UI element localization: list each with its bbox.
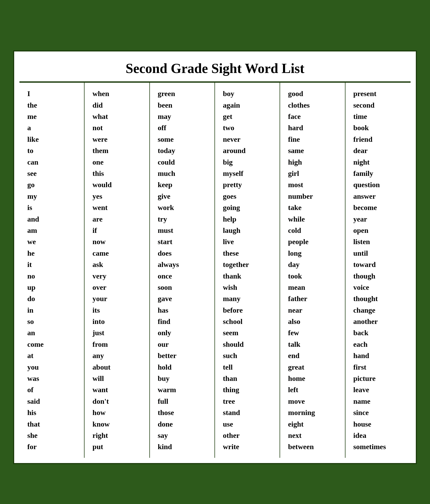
- word-item: know: [92, 418, 144, 430]
- word-item: about: [92, 361, 144, 373]
- word-item: how: [92, 407, 144, 418]
- word-item: move: [288, 396, 339, 407]
- word-item: change: [353, 304, 405, 316]
- word-item: always: [158, 259, 209, 270]
- word-item: goes: [223, 191, 274, 202]
- word-item: at: [27, 350, 79, 361]
- word-item: he: [27, 248, 79, 259]
- word-item: pretty: [223, 179, 274, 190]
- word-item: off: [158, 122, 209, 133]
- word-item: full: [158, 396, 209, 407]
- word-item: what: [92, 111, 144, 122]
- word-item: school: [223, 316, 274, 327]
- word-item: picture: [353, 373, 405, 384]
- word-item: once: [158, 270, 209, 282]
- word-item: and: [27, 213, 79, 225]
- word-item: also: [288, 316, 339, 327]
- word-item: get: [223, 111, 274, 122]
- word-item: few: [288, 327, 339, 338]
- word-item: its: [92, 304, 144, 316]
- word-item: those: [158, 407, 209, 418]
- word-item: year: [353, 213, 405, 225]
- word-item: clothes: [288, 99, 339, 111]
- word-item: any: [92, 350, 144, 361]
- word-item: hard: [288, 122, 339, 133]
- word-item: may: [158, 111, 209, 122]
- word-item: today: [158, 145, 209, 156]
- word-item: just: [92, 327, 144, 338]
- word-item: green: [158, 88, 209, 99]
- word-item: can: [27, 156, 79, 168]
- word-item: did: [92, 99, 144, 111]
- word-item: house: [353, 418, 405, 430]
- word-item: people: [288, 236, 339, 247]
- word-item: better: [158, 350, 209, 361]
- word-item: say: [158, 430, 209, 441]
- word-item: idea: [353, 430, 405, 441]
- word-item: though: [353, 270, 405, 282]
- word-item: become: [353, 202, 405, 213]
- word-item: went: [92, 202, 144, 213]
- word-item: cold: [288, 225, 339, 236]
- word-item: kind: [158, 441, 209, 452]
- word-item: first: [353, 361, 405, 373]
- word-item: time: [353, 111, 405, 122]
- word-item: take: [288, 202, 339, 213]
- word-column-5: goodclothesfacehardfinesamehighgirlmostn…: [280, 83, 345, 458]
- word-item: one: [92, 156, 144, 168]
- word-item: find: [158, 316, 209, 327]
- word-item: name: [353, 396, 405, 407]
- word-item: buy: [158, 373, 209, 384]
- word-item: no: [27, 270, 79, 282]
- word-item: of: [27, 384, 79, 395]
- word-item: since: [353, 407, 405, 418]
- word-item: only: [158, 327, 209, 338]
- word-item: morning: [288, 407, 339, 418]
- word-item: should: [223, 339, 274, 350]
- word-item: now: [92, 236, 144, 247]
- word-item: second: [353, 99, 405, 111]
- word-item: two: [223, 122, 274, 133]
- word-item: left: [288, 384, 339, 395]
- page-container: Second Grade Sight Word List Ithemealike…: [5, 5, 425, 504]
- word-item: am: [27, 225, 79, 236]
- word-item: must: [158, 225, 209, 236]
- word-column-4: boyagaingettwoneveraroundbigmyselfpretty…: [215, 83, 280, 458]
- word-item: friend: [353, 134, 405, 145]
- word-item: this: [92, 168, 144, 179]
- word-item: keep: [158, 179, 209, 190]
- word-item: seem: [223, 327, 274, 338]
- word-item: you: [27, 361, 79, 373]
- word-item: a: [27, 122, 79, 133]
- word-item: most: [288, 179, 339, 190]
- word-item: will: [92, 373, 144, 384]
- word-item: into: [92, 316, 144, 327]
- word-item: next: [288, 430, 339, 441]
- word-item: over: [92, 282, 144, 293]
- word-item: never: [223, 134, 274, 145]
- word-item: fine: [288, 134, 339, 145]
- word-item: laugh: [223, 225, 274, 236]
- word-item: to: [27, 145, 79, 156]
- word-item: not: [92, 122, 144, 133]
- word-item: soon: [158, 282, 209, 293]
- word-item: again: [223, 99, 274, 111]
- word-item: she: [27, 430, 79, 441]
- word-item: book: [353, 122, 405, 133]
- word-item: come: [27, 339, 79, 350]
- word-item: ask: [92, 259, 144, 270]
- word-item: don't: [92, 396, 144, 407]
- word-item: question: [353, 179, 405, 190]
- word-item: hold: [158, 361, 209, 373]
- word-item: gave: [158, 293, 209, 304]
- word-item: hand: [353, 350, 405, 361]
- words-grid: Ithemealiketocanseegomyisandamweheitnoup…: [19, 82, 411, 458]
- word-item: the: [27, 99, 79, 111]
- word-item: very: [92, 270, 144, 282]
- word-item: such: [223, 350, 274, 361]
- word-item: start: [158, 236, 209, 247]
- word-item: day: [288, 259, 339, 270]
- word-item: try: [158, 213, 209, 225]
- word-item: other: [223, 430, 274, 441]
- word-item: face: [288, 111, 339, 122]
